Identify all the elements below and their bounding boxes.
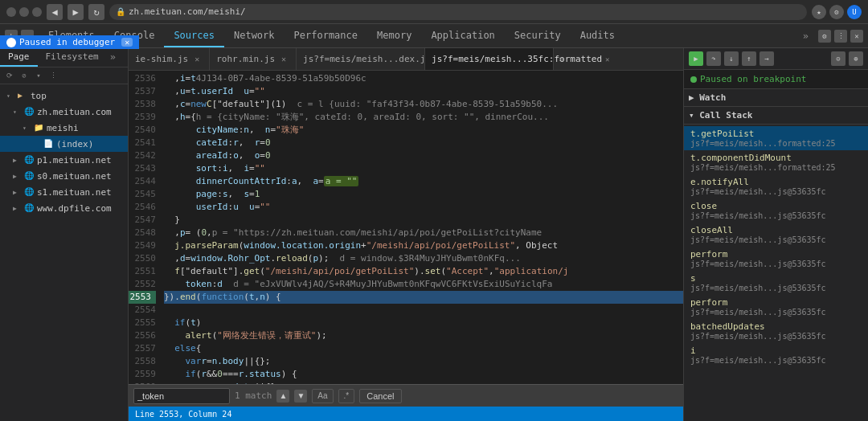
tree-label-meishi: meishi bbox=[47, 123, 79, 133]
tab-application[interactable]: Application bbox=[421, 24, 504, 47]
search-input-wrap[interactable] bbox=[133, 388, 230, 404]
search-cancel-btn[interactable]: Cancel bbox=[359, 389, 401, 403]
tab-network[interactable]: Network bbox=[224, 24, 285, 47]
search-next-btn[interactable]: ▼ bbox=[294, 390, 307, 403]
paused-in-debugger-badge: ▶ Paused in debugger ✕ bbox=[0, 35, 139, 49]
deactivate-breakpoints-btn[interactable]: ⊝ bbox=[831, 51, 845, 66]
step-into-btn[interactable]: ↓ bbox=[724, 51, 739, 66]
sidebar-tab-overflow[interactable]: » bbox=[107, 48, 119, 67]
tree-label-s1: s1.meituan.net bbox=[37, 187, 112, 198]
code-line-2559: if (r && 0 === r.status) { bbox=[164, 368, 683, 381]
tree-item-dpfile[interactable]: ▶ 🌐 www.dpfile.com bbox=[0, 200, 128, 216]
call-stack-item-5[interactable]: perform js?f=meis/meish...js@53635fc bbox=[684, 247, 868, 271]
close-devtools-icon[interactable]: ✕ bbox=[850, 30, 863, 43]
tab-security[interactable]: Security bbox=[505, 24, 571, 47]
tree-item-p1[interactable]: ▶ 🌐 p1.meituan.net bbox=[0, 152, 128, 168]
call-stack-item-0[interactable]: t.getPoiList js?f=meis/meish...formatted… bbox=[684, 126, 868, 150]
tab-memory[interactable]: Memory bbox=[367, 24, 421, 47]
cs-fn-name-6: s bbox=[690, 273, 862, 284]
more-icon[interactable]: ⋮ bbox=[834, 30, 847, 43]
code-line-2556: alert("网络发生错误，请重试"); bbox=[164, 329, 683, 342]
tab-sources[interactable]: Sources bbox=[164, 24, 224, 47]
cs-file-6: js?f=meis/meish...js@53635fc bbox=[690, 284, 862, 292]
call-stack-item-3[interactable]: close js?f=meis/meish...js@53635fc bbox=[684, 198, 868, 223]
file-tab-js-dex[interactable]: js?f=meis/meish...dex.js@53635fc ✕ bbox=[297, 48, 425, 70]
tree-item-meishi[interactable]: ▾ 📁 meishi bbox=[0, 120, 128, 136]
close-paused-badge[interactable]: ✕ bbox=[121, 38, 133, 47]
file-tab-rohr-label: rohr.min.js bbox=[216, 54, 275, 64]
hide-icon[interactable]: ▾ bbox=[32, 69, 45, 82]
file-tab-rohr[interactable]: rohr.min.js ✕ bbox=[210, 48, 297, 70]
extension-icon-1[interactable]: ★ bbox=[812, 5, 826, 19]
profile-icon[interactable]: U bbox=[847, 5, 862, 19]
minimize-btn[interactable] bbox=[19, 7, 29, 17]
call-stack-item-9[interactable]: i js?f=meis/meish...js@53635fc bbox=[684, 343, 868, 366]
file-tab-js-formatted[interactable]: js?f=meis/meish...35fc:formatted ✕ bbox=[425, 48, 554, 70]
tree-item-meituan[interactable]: ▾ 🌐 zh.meituan.com bbox=[0, 104, 128, 120]
close-btn[interactable] bbox=[6, 7, 16, 17]
call-stack-item-2[interactable]: e.notifyAll js?f=meis/meish...js@53635fc bbox=[684, 174, 868, 198]
sync-icon[interactable]: ⟳ bbox=[3, 69, 16, 82]
tree-item-s0[interactable]: ▶ 🌐 s0.meituan.net bbox=[0, 168, 128, 184]
paused-label: Paused on breakpoint bbox=[700, 74, 806, 84]
formatted-close-icon: ✕ bbox=[605, 55, 609, 63]
debugger-play-icon[interactable]: ▶ bbox=[6, 38, 16, 47]
tab-audits[interactable]: Audits bbox=[571, 24, 624, 47]
code-line-2554 bbox=[164, 304, 683, 317]
tab-performance[interactable]: Performance bbox=[285, 24, 367, 47]
cs-file-9: js?f=meis/meish...js@53635fc bbox=[690, 356, 862, 365]
sidebar-tab-page[interactable]: Page bbox=[0, 48, 38, 67]
sidebar-tab-filesystem[interactable]: Filesystem bbox=[38, 48, 107, 67]
folder-icon-meishi: 📁 bbox=[34, 123, 43, 133]
step-out-btn[interactable]: ↑ bbox=[742, 51, 756, 66]
cs-fn-name-9: i bbox=[690, 345, 862, 356]
url-text: zh.meituan.com/meishi/ bbox=[129, 6, 246, 17]
settings-icon[interactable]: ⚙ bbox=[818, 30, 831, 43]
file-tabs-overflow-btn[interactable]: » bbox=[554, 48, 569, 70]
maximize-btn[interactable] bbox=[32, 7, 42, 17]
code-line-2547: } bbox=[164, 214, 683, 227]
file-tab-ie-shim[interactable]: ie-shim.js ✕ bbox=[129, 48, 210, 70]
search-input[interactable] bbox=[137, 391, 202, 401]
search-prev-btn[interactable]: ▲ bbox=[276, 390, 289, 403]
file-tree: ▾ ▶ top ▾ 🌐 zh.meituan.com ▾ 📁 meishi bbox=[0, 84, 128, 421]
call-stack-item-8[interactable]: batchedUpdates js?f=meis/meish...js@5363… bbox=[684, 319, 868, 343]
paused-in-debugger-text: Paused in debugger bbox=[19, 37, 115, 47]
close-file-tab-rohr[interactable]: ✕ bbox=[278, 54, 289, 65]
watch-section-title[interactable]: ▶ Watch bbox=[684, 89, 868, 107]
back-btn[interactable]: ◀ bbox=[47, 4, 63, 20]
more-sidebar-icon[interactable]: ⋮ bbox=[47, 69, 59, 82]
code-line-2541: cateId: r, r = 0 bbox=[164, 137, 683, 149]
clear-icon[interactable]: ⊘ bbox=[18, 69, 31, 82]
call-stack-item-7[interactable]: perform js?f=meis/meish...js@53635fc bbox=[684, 295, 868, 319]
tree-item-top[interactable]: ▾ ▶ top bbox=[0, 88, 128, 104]
call-stack-item-4[interactable]: closeAll js?f=meis/meish...js@53635fc bbox=[684, 223, 868, 247]
code-line-2537: , u = t.userId u = "" bbox=[164, 85, 683, 98]
call-stack-item-6[interactable]: s js?f=meis/meish...js@53635fc bbox=[684, 271, 868, 295]
tree-arrow-s1: ▶ bbox=[13, 189, 21, 196]
close-file-tab-ie-shim[interactable]: ✕ bbox=[191, 54, 203, 65]
code-content[interactable]: , i = t4J134-0B7-4abe-8539-51a59b50D96c … bbox=[161, 71, 683, 384]
address-bar[interactable]: 🔒 zh.meituan.com/meishi/ bbox=[109, 4, 807, 20]
search-case-btn[interactable]: Aa bbox=[312, 389, 333, 403]
right-panel: ▶ ↷ ↓ ↑ → ⊝ ⊕ Paused on breakpoint ▶ Wat… bbox=[683, 48, 868, 421]
step-over-btn[interactable]: ↷ bbox=[706, 51, 721, 66]
resume-btn[interactable]: ▶ bbox=[689, 51, 703, 66]
pause-on-exceptions-btn[interactable]: ⊕ bbox=[849, 51, 863, 66]
call-stack-item-1[interactable]: t.componentDidMount js?f=meis/meish...fo… bbox=[684, 150, 868, 174]
step-btn[interactable]: → bbox=[760, 51, 774, 66]
reload-btn[interactable]: ↻ bbox=[88, 4, 104, 20]
tree-arrow-s0: ▶ bbox=[13, 173, 21, 180]
tree-item-s1[interactable]: ▶ 🌐 s1.meituan.net bbox=[0, 184, 128, 200]
code-editor[interactable]: 2536 2537 2538 2539 2540 2541 2542 2543 … bbox=[129, 71, 683, 407]
tab-overflow-btn[interactable]: » bbox=[798, 31, 813, 42]
file-tabs-bar: ie-shim.js ✕ rohr.min.js ✕ js?f=meis/mei… bbox=[129, 48, 683, 71]
tree-item-index[interactable]: 📄 (index) bbox=[0, 136, 128, 152]
call-stack-section-title[interactable]: ▾ Call Stack bbox=[684, 107, 868, 125]
sidebar-toolbar: ⟳ ⊘ ▾ ⋮ bbox=[0, 67, 128, 84]
search-regex-btn[interactable]: .* bbox=[338, 389, 355, 403]
forward-btn[interactable]: ▶ bbox=[68, 4, 84, 20]
cs-fn-name-7: perform bbox=[690, 297, 862, 308]
extension-icon-2[interactable]: ⚙ bbox=[829, 5, 844, 19]
code-search-bar: 1 match ▲ ▼ Aa .* Cancel bbox=[129, 384, 683, 407]
